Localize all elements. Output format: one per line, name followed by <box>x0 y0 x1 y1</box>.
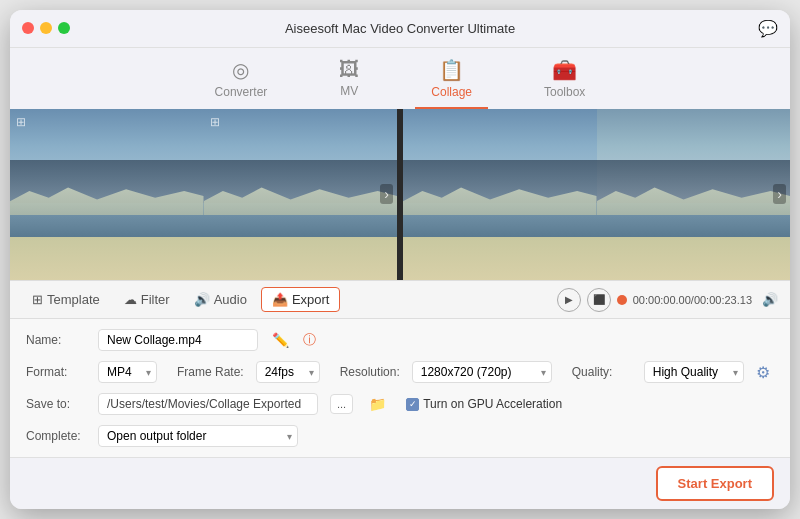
tab-converter-label: Converter <box>215 85 268 99</box>
gpu-checkbox[interactable] <box>406 398 419 411</box>
volume-icon[interactable]: 🔊 <box>762 292 778 307</box>
tab-mv[interactable]: 🖼 MV <box>323 52 375 109</box>
gpu-checkbox-row: Turn on GPU Acceleration <box>406 397 562 411</box>
controls-bar: ⊞ Template ☁ Filter 🔊 Audio 📤 Export ▶ ⬛… <box>10 280 790 319</box>
play-button[interactable]: ▶ <box>557 288 581 312</box>
ctrl-tab-template-label: Template <box>47 292 100 307</box>
video-panel-right: › <box>403 109 790 280</box>
maximize-button[interactable] <box>58 22 70 34</box>
traffic-lights <box>22 22 70 34</box>
ctrl-tab-audio[interactable]: 🔊 Audio <box>184 288 257 311</box>
ctrl-tab-filter-label: Filter <box>141 292 170 307</box>
ctrl-tab-export-label: Export <box>292 292 330 307</box>
export-icon: 📤 <box>272 292 288 307</box>
window-title: Aiseesoft Mac Video Converter Ultimate <box>285 21 515 36</box>
saveto-input[interactable] <box>98 393 318 415</box>
complete-row: Complete: Open output folder <box>26 425 774 447</box>
ctrl-tab-template[interactable]: ⊞ Template <box>22 288 110 311</box>
quality-label: Quality: <box>572 365 632 379</box>
tab-collage[interactable]: 📋 Collage <box>415 52 488 109</box>
tab-converter[interactable]: ◎ Converter <box>199 52 284 109</box>
folder-icon[interactable]: 📁 <box>369 396 386 412</box>
quality-select[interactable]: High Quality <box>644 361 744 383</box>
video-cell-1[interactable]: ⊞ <box>10 109 204 280</box>
playback-controls: ▶ ⬛ 00:00:00.00/00:00:23.13 🔊 <box>557 288 778 312</box>
resolution-select[interactable]: 1280x720 (720p) <box>412 361 552 383</box>
resolution-select-wrap: 1280x720 (720p) <box>412 361 552 383</box>
format-select[interactable]: MP4 <box>98 361 157 383</box>
resolution-label: Resolution: <box>340 365 400 379</box>
saveto-row: Save to: ... 📁 Turn on GPU Acceleration <box>26 393 774 415</box>
collage-icon: 📋 <box>439 58 464 82</box>
edit-name-button[interactable]: ✏️ <box>270 332 291 348</box>
video-cell-4[interactable]: › <box>597 109 791 280</box>
ctrl-tab-audio-label: Audio <box>214 292 247 307</box>
video-cell-2[interactable]: ⊞ › <box>204 109 398 280</box>
video-panel-left: ⊞ ⊞ › <box>10 109 397 280</box>
framerate-select[interactable]: 24fps <box>256 361 320 383</box>
minimize-button[interactable] <box>40 22 52 34</box>
converter-icon: ◎ <box>232 58 249 82</box>
saveto-label: Save to: <box>26 397 86 411</box>
tab-toolbox[interactable]: 🧰 Toolbox <box>528 52 601 109</box>
filter-icon: ☁ <box>124 292 137 307</box>
close-button[interactable] <box>22 22 34 34</box>
name-row: Name: ✏️ ⓘ <box>26 329 774 351</box>
complete-select[interactable]: Open output folder <box>98 425 298 447</box>
video-area: ⊞ ⊞ › <box>10 109 790 280</box>
mv-icon: 🖼 <box>339 58 359 81</box>
settings-area: Name: ✏️ ⓘ Format: MP4 Frame Rate: 24fps… <box>10 319 790 457</box>
tab-collage-label: Collage <box>431 85 472 99</box>
browse-button[interactable]: ... <box>330 394 353 414</box>
name-input[interactable] <box>98 329 258 351</box>
tab-toolbox-label: Toolbox <box>544 85 585 99</box>
info-icon: ⓘ <box>303 331 316 349</box>
toolbox-icon: 🧰 <box>552 58 577 82</box>
format-select-wrap: MP4 <box>98 361 157 383</box>
cell-grid-icon-2: ⊞ <box>210 115 220 129</box>
record-indicator <box>617 295 627 305</box>
framerate-select-wrap: 24fps <box>256 361 320 383</box>
time-display: 00:00:00.00/00:00:23.13 <box>633 294 752 306</box>
cell-nav-arrow[interactable]: › <box>380 184 393 204</box>
tab-mv-label: MV <box>340 84 358 98</box>
bottom-bar: Start Export <box>10 457 790 509</box>
start-export-button[interactable]: Start Export <box>656 466 774 501</box>
nav-tabs: ◎ Converter 🖼 MV 📋 Collage 🧰 Toolbox <box>10 48 790 109</box>
cell-nav-arrow-right[interactable]: › <box>773 184 786 204</box>
stop-button[interactable]: ⬛ <box>587 288 611 312</box>
titlebar: Aiseesoft Mac Video Converter Ultimate 💬 <box>10 10 790 48</box>
main-window: Aiseesoft Mac Video Converter Ultimate 💬… <box>10 10 790 509</box>
complete-select-wrap: Open output folder <box>98 425 298 447</box>
gpu-label: Turn on GPU Acceleration <box>423 397 562 411</box>
cell-grid-icon-1: ⊞ <box>16 115 26 129</box>
video-cell-3[interactable] <box>403 109 597 280</box>
format-label: Format: <box>26 365 86 379</box>
framerate-label: Frame Rate: <box>177 365 244 379</box>
template-icon: ⊞ <box>32 292 43 307</box>
quality-settings-icon[interactable]: ⚙ <box>756 363 770 382</box>
window-menu-icon[interactable]: 💬 <box>758 19 778 38</box>
format-row: Format: MP4 Frame Rate: 24fps Resolution… <box>26 361 774 383</box>
complete-label: Complete: <box>26 429 86 443</box>
audio-icon: 🔊 <box>194 292 210 307</box>
name-label: Name: <box>26 333 86 347</box>
quality-select-wrap: High Quality <box>644 361 744 383</box>
ctrl-tab-export[interactable]: 📤 Export <box>261 287 341 312</box>
ctrl-tab-filter[interactable]: ☁ Filter <box>114 288 180 311</box>
